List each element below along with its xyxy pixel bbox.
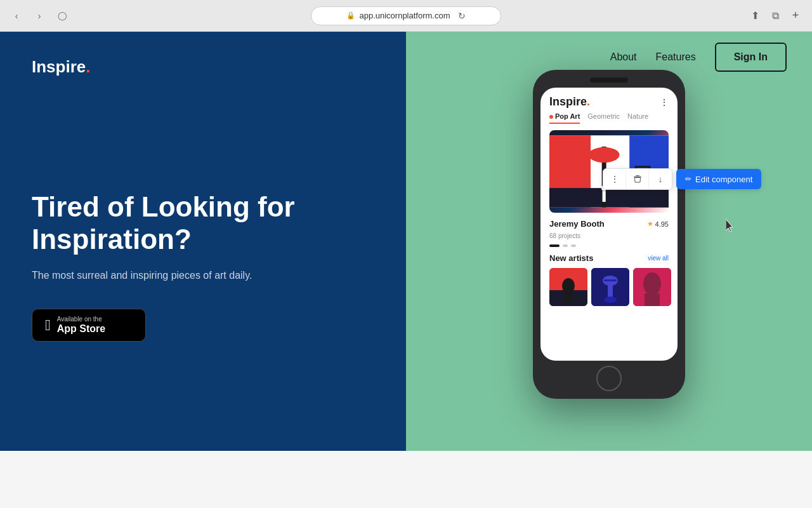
sign-in-button[interactable]: Sign In <box>715 43 787 72</box>
logo: Inspire. <box>32 57 374 77</box>
screen-menu-icon: ⋮ <box>660 97 669 107</box>
more-options-button[interactable]: ⋮ <box>603 169 626 189</box>
artist-name: Jeremy Booth <box>549 219 605 229</box>
phone-screen: Inspire. ⋮ Pop Art Geometric Nature <box>540 88 678 361</box>
artist-thumb-3 <box>633 268 671 306</box>
svg-rect-22 <box>645 293 660 306</box>
edit-component-label: Edit component <box>695 175 752 184</box>
svg-rect-17 <box>604 279 617 281</box>
refresh-icon[interactable]: ↻ <box>458 11 466 21</box>
edit-component-button[interactable]: ✏ Edit component <box>676 169 761 189</box>
hero-right-panel: About Features Sign In Inspire. ⋮ <box>406 32 812 451</box>
browser-chrome: ‹ › ◯ 🔒 app.unicornplatform.com ↻ ⬆ ⧉ + <box>0 0 812 32</box>
browser-actions: ⬆ ⧉ + <box>746 7 804 25</box>
hero-section: Inspire. Tired of Looking for Inspiratio… <box>0 32 812 451</box>
artist-thumb-2 <box>591 268 629 306</box>
delete-button[interactable] <box>626 169 649 189</box>
url-text: app.unicornplatform.com <box>359 11 450 20</box>
phone-mockup: Inspire. ⋮ Pop Art Geometric Nature <box>533 70 685 399</box>
phone-outer-frame: Inspire. ⋮ Pop Art Geometric Nature <box>533 70 685 399</box>
share-button[interactable]: ⬆ <box>746 7 764 25</box>
screen-section-header: New artists view all <box>540 253 678 268</box>
url-bar[interactable]: 🔒 app.unicornplatform.com ↻ <box>311 6 501 25</box>
nav-about[interactable]: About <box>610 51 637 63</box>
dots-row <box>540 244 678 253</box>
page-container: Inspire. Tired of Looking for Inspiratio… <box>0 32 812 508</box>
dot-1 <box>563 244 568 247</box>
svg-rect-8 <box>603 190 606 201</box>
app-store-available-text: Available on the <box>57 316 105 323</box>
pencil-icon: ✏ <box>685 175 691 184</box>
tab-pop-art[interactable]: Pop Art <box>549 112 580 124</box>
svg-point-6 <box>589 147 620 163</box>
section-title: New artists <box>549 253 593 263</box>
tab-view-button[interactable]: ◯ <box>53 7 71 25</box>
minimize-button[interactable]: ⧉ <box>766 7 784 25</box>
toolbar-overlay: ⋮ ↓ ✏ Edit component <box>603 168 761 190</box>
screen-artist-row: Jeremy Booth ★ 4.95 <box>540 219 678 232</box>
svg-rect-14 <box>565 292 572 304</box>
hero-left-panel: Inspire. Tired of Looking for Inspiratio… <box>0 32 406 451</box>
cursor <box>726 219 736 232</box>
artist-projects: 68 projects <box>540 232 678 244</box>
app-store-button[interactable]:  Available on the App Store <box>32 309 146 342</box>
svg-rect-24 <box>636 175 639 176</box>
tab-nature[interactable]: Nature <box>627 112 648 124</box>
dot-2 <box>571 244 576 247</box>
screen-new-artists <box>540 268 678 306</box>
move-down-button[interactable]: ↓ <box>649 169 672 189</box>
logo-text: Inspire <box>32 57 86 76</box>
tab-geometric[interactable]: Geometric <box>587 112 620 124</box>
add-tab-button[interactable]: + <box>787 7 804 25</box>
svg-point-19 <box>604 297 617 303</box>
screen-tabs: Pop Art Geometric Nature <box>540 112 678 124</box>
dot-active <box>549 244 560 247</box>
hero-text-area: Tired of Looking for Inspiration? The mo… <box>32 191 374 342</box>
apple-icon:  <box>45 316 51 334</box>
artist-rating: ★ 4.95 <box>647 220 669 228</box>
nav-features[interactable]: Features <box>656 51 696 63</box>
toolbar-group: ⋮ ↓ <box>603 168 672 190</box>
app-store-name-text: App Store <box>57 323 105 335</box>
star-icon: ★ <box>647 220 653 228</box>
artist-thumb-1 <box>549 268 587 306</box>
phone-speaker <box>590 77 628 83</box>
hero-heading: Tired of Looking for Inspiration? <box>32 191 374 255</box>
hero-subtext: The most surreal and inspiring pieces of… <box>32 268 374 283</box>
logo-dot: . <box>86 57 90 76</box>
screen-logo: Inspire. <box>549 95 590 109</box>
app-store-text: Available on the App Store <box>57 316 105 335</box>
svg-point-21 <box>643 272 661 295</box>
svg-rect-18 <box>608 284 613 298</box>
svg-point-13 <box>562 278 575 293</box>
view-all-link[interactable]: view all <box>648 255 669 262</box>
screen-header: Inspire. ⋮ <box>540 88 678 112</box>
phone-home-button <box>596 366 622 391</box>
bottom-strip <box>0 451 812 508</box>
back-button[interactable]: ‹ <box>8 7 25 25</box>
svg-rect-4 <box>549 188 669 207</box>
forward-button[interactable]: › <box>30 7 48 25</box>
lock-icon: 🔒 <box>346 11 355 20</box>
